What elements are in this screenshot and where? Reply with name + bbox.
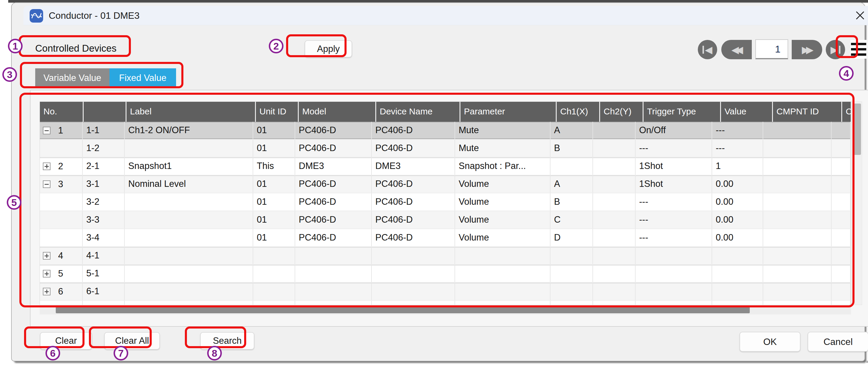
cell-no: 4	[58, 247, 63, 264]
cell-unit-id	[253, 265, 295, 282]
cell-no: 2	[58, 158, 63, 174]
column-header[interactable]: Unit ID	[256, 102, 298, 122]
column-header[interactable]: Parameter	[460, 102, 556, 122]
cell-model: PC406-D	[295, 122, 372, 139]
partial-cell	[551, 301, 593, 305]
title-bar[interactable]: Conductor - 01 DME3	[24, 6, 868, 25]
column-header[interactable]: CMPNT ID	[773, 102, 841, 122]
table-row[interactable]: 1 1-1 Ch1-2 ON/OFF 01 PC406-D PC406-D Mu…	[40, 122, 851, 140]
horizontal-scrollbar-thumb[interactable]	[56, 307, 750, 313]
column-header[interactable]: Model	[299, 102, 375, 122]
expander-icon[interactable]	[43, 270, 51, 277]
annotation-number-5: 5	[7, 195, 22, 210]
close-icon[interactable]	[853, 8, 867, 23]
cell-model: PC406-D	[295, 140, 372, 157]
column-header[interactable]	[84, 102, 126, 122]
table-row[interactable]: 3-2 01 PC406-D PC406-D Volume B --- 0.00	[40, 193, 851, 211]
column-header[interactable]: Label	[126, 102, 255, 122]
cell-cmpnt-id	[763, 265, 832, 282]
cell-device-name	[372, 247, 455, 264]
cell-model	[295, 283, 372, 300]
cell-unit-id: 01	[253, 211, 295, 229]
resize-grip-icon[interactable]	[863, 353, 868, 364]
column-header[interactable]: Ch1(X)	[557, 102, 599, 122]
last-page-icon	[839, 46, 840, 54]
column-header[interactable]: Trigger Type	[644, 102, 720, 122]
cell-trigger-type: ---	[636, 229, 712, 246]
cell-no-wrap: 1	[40, 122, 83, 139]
cell-cmpnt-id	[763, 211, 832, 229]
expander-icon[interactable]	[43, 127, 51, 134]
table-row[interactable]: 2 2-1 Snapshot1 This DME3 DME3 Snapshot …	[40, 158, 851, 175]
cell-trigger-type: ---	[636, 140, 712, 157]
page-number-input[interactable]	[755, 39, 788, 59]
table-row[interactable]: 3-3 01 PC406-D PC406-D Volume C --- 0.00	[40, 211, 851, 229]
cell-label	[125, 265, 253, 282]
cell-cmpnt-id	[763, 283, 832, 300]
cell-label	[125, 211, 253, 229]
table-row[interactable]: 3-4 01 PC406-D PC406-D Volume D --- 0.00	[40, 229, 851, 247]
cell-cm	[832, 140, 851, 157]
cell-ch1: B	[551, 140, 593, 157]
table-row[interactable]: 5 5-1	[40, 265, 851, 283]
last-page-button[interactable]: ▶	[826, 40, 845, 59]
column-header[interactable]: Device Name	[376, 102, 460, 122]
tab-variable-value[interactable]: Variable Value	[35, 68, 110, 88]
table-row[interactable]: 1-2 01 PC406-D PC406-D Mute B --- ---	[40, 140, 851, 158]
rewind-icon: ◀◀	[733, 44, 740, 56]
table-row[interactable]: 4 4-1	[40, 247, 851, 265]
cell-ch2	[593, 140, 636, 157]
controlled-devices-table: No.LabelUnit IDModelDevice NameParameter…	[40, 101, 851, 305]
cell-cm	[832, 265, 851, 282]
cell-parameter: Mute	[455, 140, 551, 157]
tab-fixed-value[interactable]: Fixed Value	[110, 68, 176, 88]
expander-icon[interactable]	[43, 252, 51, 260]
cell-no: 3	[58, 176, 63, 193]
cell-ch1: A	[551, 122, 593, 139]
next-page-button[interactable]: ▶▶	[792, 40, 822, 59]
partial-cell	[295, 301, 372, 305]
cell-cmpnt-id	[763, 193, 832, 211]
column-header[interactable]: Ch2(Y)	[600, 102, 643, 122]
partial-cell	[83, 301, 125, 305]
clear-all-button[interactable]: Clear All	[104, 332, 160, 349]
cell-parameter: Volume	[455, 211, 551, 229]
column-header[interactable]: No.	[40, 102, 83, 122]
table-row[interactable]: 6 6-1	[40, 283, 851, 301]
partial-cell	[832, 301, 851, 305]
cell-no-wrap	[40, 211, 83, 229]
cell-cm	[832, 229, 851, 246]
ok-button[interactable]: OK	[740, 332, 801, 352]
previous-page-button[interactable]: ◀◀	[721, 40, 752, 59]
cell-label: Nominal Level	[125, 175, 253, 193]
vertical-scrollbar-thumb[interactable]	[852, 104, 861, 155]
expander-icon[interactable]	[43, 163, 51, 170]
cell-device-name: PC406-D	[372, 122, 455, 139]
cell-ch2	[593, 193, 636, 211]
cell-ch1	[551, 158, 593, 175]
hamburger-menu-button[interactable]	[850, 40, 867, 59]
first-page-button[interactable]: ◀	[698, 40, 717, 59]
cell-device-name: PC406-D	[372, 211, 455, 229]
cell-no-wrap	[40, 193, 83, 211]
search-button[interactable]: Search	[200, 332, 254, 349]
column-header[interactable]: Value	[721, 102, 772, 122]
apply-button[interactable]: Apply	[305, 40, 352, 58]
cell-device-name: DME3	[372, 158, 455, 175]
cell-value	[712, 283, 763, 300]
cell-ch2	[593, 158, 636, 175]
cell-device-name	[372, 283, 455, 300]
cancel-button[interactable]: Cancel	[808, 332, 868, 352]
hamburger-icon	[851, 43, 866, 45]
cell-sub: 6-1	[83, 283, 125, 300]
cell-cmpnt-id	[763, 122, 832, 139]
clear-button[interactable]: Clear	[40, 332, 92, 349]
cell-device-name: PC406-D	[372, 175, 455, 193]
column-header[interactable]: CM	[842, 102, 851, 122]
cell-model: PC406-D	[295, 175, 372, 193]
table-row[interactable]: 3 3-1 Nominal Level 01 PC406-D PC406-D V…	[40, 175, 851, 193]
expander-icon[interactable]	[43, 180, 51, 188]
expander-icon[interactable]	[43, 288, 51, 295]
cell-unit-id: 01	[253, 140, 295, 157]
cell-sub: 5-1	[83, 265, 125, 282]
